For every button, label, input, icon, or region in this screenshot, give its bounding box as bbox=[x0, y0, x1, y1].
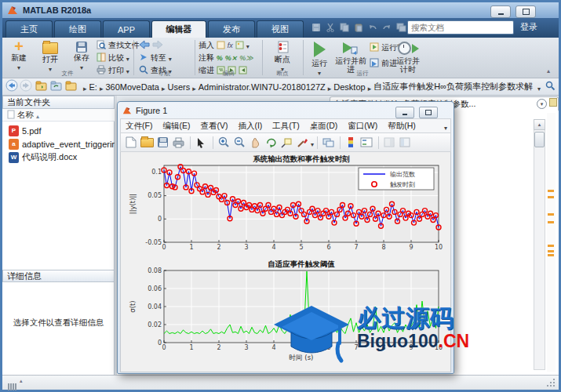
maximize-button[interactable] bbox=[515, 5, 536, 18]
menu-edit[interactable]: 编辑(E) bbox=[162, 121, 190, 132]
status-bar: ▴ bbox=[2, 375, 559, 390]
group-label: 断点 bbox=[263, 70, 302, 78]
rotate-3d-icon[interactable] bbox=[264, 136, 278, 150]
menubar-overflow-icon[interactable] bbox=[444, 119, 447, 133]
path-dropdown-caret-icon[interactable] bbox=[537, 80, 541, 94]
warning-marker[interactable] bbox=[548, 245, 554, 247]
warning-marker[interactable] bbox=[548, 221, 554, 223]
back-icon[interactable] bbox=[139, 40, 150, 51]
svg-text:σ(t): σ(t) bbox=[129, 300, 137, 312]
paste-icon[interactable] bbox=[352, 21, 365, 34]
search-input[interactable] bbox=[408, 23, 520, 32]
insert-row[interactable]: 插入 fx bbox=[199, 40, 250, 51]
breadcrumb-item[interactable]: Desktop bbox=[333, 82, 365, 92]
file-row[interactable]: P5.pdf bbox=[2, 124, 115, 137]
file-row[interactable]: W代码说明.docx bbox=[2, 151, 115, 164]
warning-marker[interactable] bbox=[548, 254, 554, 256]
open-button[interactable]: 打开 bbox=[35, 39, 65, 72]
run-icon bbox=[314, 42, 326, 57]
menu-file[interactable]: 文件(F) bbox=[126, 121, 152, 132]
tab-home[interactable]: 主页 bbox=[5, 20, 53, 38]
run-and-advance-button[interactable]: 运行并前进 bbox=[335, 39, 366, 72]
menu-desktop[interactable]: 桌面(D) bbox=[310, 121, 338, 132]
dropdown-caret-icon bbox=[169, 54, 172, 63]
up-folder-icon[interactable] bbox=[35, 80, 48, 94]
brush-icon[interactable] bbox=[295, 136, 309, 150]
scrollbar-thumb[interactable] bbox=[534, 132, 545, 147]
breadcrumb-item[interactable]: Administrator.WIN7U-20180127Z bbox=[199, 82, 326, 92]
save-figure-icon[interactable] bbox=[155, 136, 169, 150]
tab-publish[interactable]: 发布 bbox=[208, 20, 255, 38]
address-search-icon[interactable] bbox=[545, 80, 556, 94]
print-figure-icon[interactable] bbox=[171, 136, 185, 150]
nav-back-icon[interactable] bbox=[5, 79, 18, 95]
login-button[interactable]: 登录 bbox=[520, 21, 537, 33]
legend-icon[interactable] bbox=[359, 136, 373, 150]
warning-marker[interactable] bbox=[548, 190, 554, 192]
status-caret-icon[interactable]: ▴ bbox=[20, 378, 23, 384]
edit-cursor-icon[interactable] bbox=[194, 136, 208, 150]
undo-icon[interactable] bbox=[366, 21, 379, 34]
brush-caret-icon[interactable] bbox=[311, 136, 314, 150]
link-plots-icon[interactable] bbox=[321, 136, 335, 150]
status-toggle-button[interactable] bbox=[8, 379, 17, 392]
figure-maximize-button[interactable] bbox=[419, 107, 438, 118]
zoom-out-icon[interactable] bbox=[232, 136, 246, 150]
save-icon[interactable] bbox=[310, 21, 322, 34]
cut-icon[interactable] bbox=[324, 21, 337, 34]
copy-icon[interactable] bbox=[338, 21, 351, 34]
warning-marker[interactable] bbox=[548, 213, 554, 216]
hide-plot-tools-icon[interactable] bbox=[382, 136, 396, 150]
menu-help[interactable]: 帮助(H) bbox=[388, 121, 416, 132]
pan-hand-icon[interactable] bbox=[248, 136, 262, 150]
data-cursor-icon[interactable] bbox=[279, 136, 293, 150]
breadcrumb-item[interactable]: Users bbox=[168, 82, 191, 92]
new-button[interactable]: +新建 bbox=[4, 39, 34, 72]
tab-dropdown-icon[interactable] bbox=[537, 99, 547, 109]
menu-insert[interactable]: 插入(I) bbox=[238, 121, 262, 132]
nav-forward-icon[interactable] bbox=[20, 79, 32, 95]
figure-minimize-button[interactable] bbox=[395, 107, 414, 118]
comment-row[interactable]: 注释 %%⨯%≫ bbox=[199, 53, 256, 64]
open-file-icon[interactable] bbox=[140, 136, 154, 150]
show-plot-tools-icon[interactable] bbox=[398, 136, 412, 150]
compare-button[interactable]: 比较 bbox=[97, 53, 129, 64]
breadcrumb-item[interactable]: 自适应事件触发H∞负荷频率控制参数求解 bbox=[373, 81, 533, 93]
menu-view[interactable]: 查看(V) bbox=[200, 121, 228, 132]
tab-view[interactable]: 视图 bbox=[257, 20, 304, 38]
file-row[interactable]: aadaptive_event_triggering_ bbox=[2, 137, 115, 151]
resize-grip[interactable] bbox=[547, 379, 556, 388]
goto-button[interactable]: 转至 bbox=[139, 53, 172, 64]
zoom-in-icon[interactable] bbox=[217, 136, 231, 150]
colorbar-icon[interactable] bbox=[344, 136, 358, 150]
menu-window[interactable]: 窗口(W) bbox=[348, 121, 377, 132]
collapse-ribbon-icon[interactable]: ▴ bbox=[547, 67, 550, 74]
analyzer-status-icon[interactable] bbox=[549, 98, 557, 107]
save-button[interactable]: 保存 bbox=[67, 39, 97, 72]
breadcrumb-item[interactable]: E: bbox=[89, 82, 97, 92]
code-analyzer-strip bbox=[547, 113, 556, 372]
warning-marker[interactable] bbox=[548, 250, 554, 252]
editor-scrollbar[interactable] bbox=[534, 119, 545, 370]
browse-folder-icon[interactable] bbox=[50, 80, 63, 94]
breadcrumb-item[interactable]: 360MoveData bbox=[105, 82, 159, 92]
run-and-time-button[interactable]: 运行并计时 bbox=[395, 39, 421, 72]
tab-editor[interactable]: 编辑器 bbox=[151, 20, 206, 38]
svg-text:系统输出范数和事件触发时刻: 系统输出范数和事件触发时刻 bbox=[253, 154, 350, 163]
breakpoints-button[interactable]: 断点 bbox=[268, 39, 297, 72]
tab-plots[interactable]: 绘图 bbox=[54, 20, 101, 38]
forward-icon[interactable] bbox=[152, 40, 163, 51]
scroll-up-icon[interactable]: ▲ bbox=[534, 119, 545, 130]
minimize-button[interactable] bbox=[490, 5, 511, 18]
advance-button[interactable]: 前进 bbox=[370, 58, 397, 69]
tab-apps[interactable]: APP bbox=[103, 20, 150, 38]
details-placeholder: 选择文件以查看详细信息 bbox=[2, 318, 115, 328]
menu-tools[interactable]: 工具(T) bbox=[272, 121, 299, 132]
svg-text:0.04: 0.04 bbox=[148, 303, 162, 310]
run-button[interactable]: 运行 bbox=[305, 39, 333, 72]
new-figure-icon[interactable] bbox=[124, 136, 138, 150]
windows-icon[interactable] bbox=[395, 21, 407, 34]
warning-marker[interactable] bbox=[548, 196, 554, 198]
redo-icon[interactable] bbox=[381, 21, 393, 34]
name-column-header[interactable]: 名称 bbox=[2, 109, 115, 122]
